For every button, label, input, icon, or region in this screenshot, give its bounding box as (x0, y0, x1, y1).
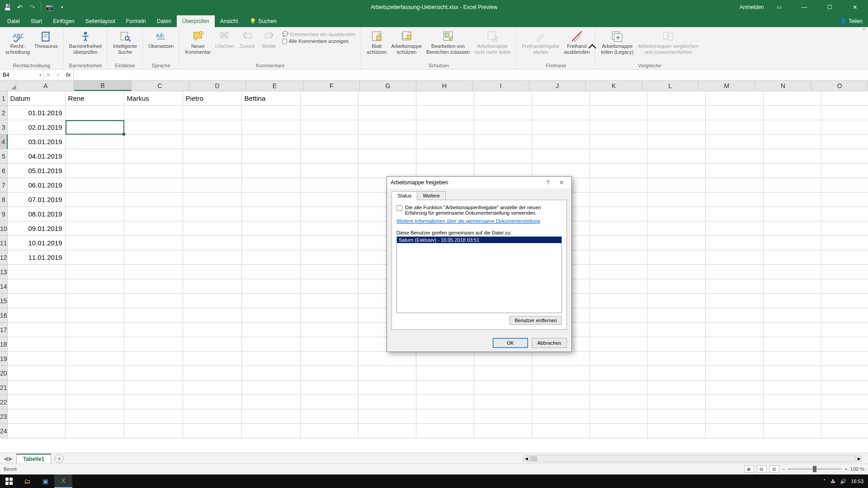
dialog-help-button[interactable]: ? (542, 178, 554, 188)
dialog-close-button[interactable]: ✕ (555, 178, 568, 188)
dialog-title: Arbeitsmappe freigeben (391, 179, 448, 186)
modal-backdrop: Arbeitsmappe freigeben ? ✕ Status Weiter… (0, 0, 868, 488)
coauthoring-info-link[interactable]: Weitere Informationen über die gemeinsam… (396, 218, 540, 224)
dialog-tab-more[interactable]: Weitere (417, 191, 446, 200)
legacy-sharing-checkbox[interactable]: Die alte Funktion "Arbeitsmappenfreigabe… (396, 205, 562, 216)
dialog-tab-status[interactable]: Status (392, 191, 417, 200)
list-item[interactable]: Saturn (Exklusiv) - 10.05.2018 03:51 (397, 237, 561, 243)
share-workbook-dialog: Arbeitsmappe freigeben ? ✕ Status Weiter… (387, 176, 572, 352)
cancel-button[interactable]: Abbrechen (532, 338, 567, 348)
users-listbox[interactable]: Saturn (Exklusiv) - 10.05.2018 03:51 (396, 236, 562, 313)
ok-button[interactable]: OK (493, 338, 528, 348)
remove-user-button[interactable]: Benutzer entfernen (509, 316, 562, 325)
users-list-label: Diese Benutzer greifen gemeinsam auf die… (396, 230, 562, 235)
